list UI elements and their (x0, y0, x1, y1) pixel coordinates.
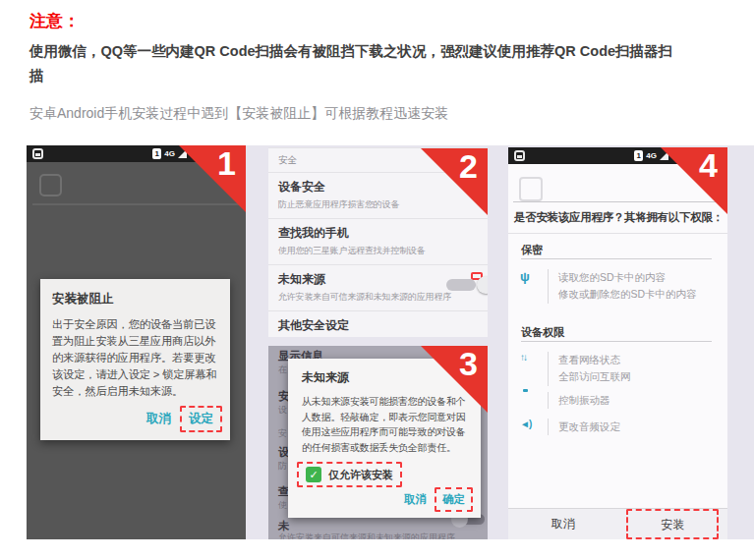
tutorial-page: 注意： 使用微信，QQ等一些内建QR Code扫描会有被阻挡下载之状况，强烈建议… (0, 0, 754, 560)
permission-line: 读取您的SD卡中的内容 (558, 271, 666, 283)
sim-badge-icon: 1 (152, 148, 161, 159)
notice-title: 注意： (29, 10, 737, 32)
network-type-label: 4G (164, 149, 175, 158)
highlight-box: 设定 (180, 406, 222, 432)
step-number-badge: 4 (699, 147, 718, 184)
dimmed-list-sub: 设 (278, 404, 287, 417)
network-type-label: 4G (646, 151, 657, 160)
permission-text: 控制振动器 (548, 392, 610, 409)
checkbox-label: 仅允许该安装 (328, 468, 393, 482)
dimmed-section-label: 安 (278, 427, 287, 440)
permission-line: 修改或删除您的SD卡中的内容 (558, 288, 697, 300)
step3-unknown-sources-dialog-screenshot: 显示信息 在 安 设 安 设 防 查 使 未 允许安装来自可信来源和未知来源的应… (268, 346, 488, 539)
network-arrows-icon: ↑↓ (520, 352, 548, 363)
item-title: 其他安全设定 (278, 317, 478, 334)
install-button[interactable]: 安装 (661, 517, 684, 533)
step-number-badge: 1 (217, 145, 236, 182)
section-label-privacy: 保密 (521, 243, 543, 257)
step-number-badge: 2 (459, 148, 478, 185)
highlight-box: 安装 (626, 509, 719, 539)
sim-badge-icon: 1 (634, 150, 643, 161)
permission-text: 查看网络状态 全部访问互联网 (548, 352, 631, 386)
dialog-buttons: 取消 确定 (288, 487, 481, 518)
highlight-box (471, 272, 483, 280)
header: 注意： 使用微信，QQ等一些内建QR Code扫描会有被阻挡下载之状况，强烈建议… (29, 10, 737, 123)
check-icon: ✓ (309, 469, 318, 481)
divider (521, 341, 712, 342)
permission-row-vibration: 控制振动器 (520, 392, 610, 409)
cancel-button[interactable]: 取消 (398, 489, 433, 510)
dialog-buttons: 取消 设定 (40, 400, 230, 440)
app-icon-placeholder (519, 177, 543, 201)
step4-install-prompt-screenshot: 1 4G 7 是否安装该应用程序？其将拥有以下权限： 保密 ψ 读取您的SD卡中… (508, 147, 727, 539)
settings-item-unknown-sources[interactable]: 未知来源 允许安装来自可信来源和未知来源的应用程序 (268, 264, 488, 310)
bottom-button-bar: 取消 安装 (508, 508, 727, 539)
confirm-button[interactable]: 确定 (436, 489, 471, 510)
item-title: 查找我的手机 (278, 225, 478, 242)
step2-security-settings-screenshot: 安全 设备安全 防止恶意应用程序损害您的设备 查找我的手机 使用您的三星账户远程… (268, 147, 488, 337)
item-subtitle: 使用您的三星账户远程查找并控制设备 (278, 245, 478, 257)
permission-text: 更改音频设定 (548, 419, 620, 435)
toggle-knob (477, 276, 488, 294)
section-label-device: 设备权限 (521, 325, 564, 340)
step-number-badge: 3 (459, 346, 478, 382)
cancel-button[interactable]: 取消 (551, 516, 575, 532)
usb-storage-icon: ψ (520, 269, 548, 284)
divider (508, 233, 727, 234)
item-subtitle: 允许安装来自可信来源和未知来源的应用程序 (278, 291, 478, 304)
permission-line: 控制振动器 (558, 394, 610, 406)
permission-line: 更改音频设定 (558, 420, 620, 432)
dialog-body: 出于安全原因，您的设备当前已设置为阻止安装从三星应用商店以外的来源获得的应用程序… (40, 308, 230, 400)
dimmed-list-sub: 允许安装来自可信来源和未知来源的应用程序 (278, 532, 455, 539)
allow-once-checkbox[interactable]: ✓ (306, 467, 321, 482)
settings-button[interactable]: 设定 (182, 408, 220, 430)
permission-text: 读取您的SD卡中的内容 修改或删除您的SD卡中的内容 (548, 269, 697, 304)
dimmed-list-sub: 在 (278, 364, 287, 376)
speaker-icon: ◄) (520, 419, 548, 429)
dimmed-list-sub: 防 (278, 460, 287, 473)
permission-row-storage: ψ 读取您的SD卡中的内容 修改或删除您的SD卡中的内容 (520, 269, 697, 304)
notice-body: 使用微信，QQ等一些内建QR Code扫描会有被阻挡下载之状况，强烈建议使用推荐… (29, 39, 686, 89)
dialog-title: 安装被阻止 (40, 279, 230, 308)
settings-item-other-security[interactable]: 其他安全设定 更改安全更新和证书存储等其他安全设定 (268, 310, 488, 337)
notice-subtitle: 安卓Android手机安装过程中遇到【安装被阻止】可根据教程迅速安装 (29, 105, 737, 123)
sd-card-icon (514, 150, 525, 161)
highlight-box: 确定 (435, 487, 473, 512)
install-blocked-dialog: 安装被阻止 出于安全原因，您的设备当前已设置为阻止安装从三星应用商店以外的来源获… (40, 279, 230, 440)
app-icon-placeholder (39, 174, 62, 196)
toggle-track (446, 279, 476, 291)
dimmed-list-sub: 使 (278, 499, 287, 512)
step1-phone-screenshot: 1 4G 7 安装被阻止 出于安全原因，您的设备当前已设置为阻止安装从三星应用商… (27, 145, 246, 539)
permission-row-audio: ◄) 更改音频设定 (520, 419, 620, 435)
permission-line: 查看网络状态 (558, 354, 620, 365)
settings-item-find-my-phone[interactable]: 查找我的手机 使用您的三星账户远程查找并控制设备 (268, 218, 488, 264)
highlight-box: ✓ 仅允许该安装 (297, 462, 402, 487)
permission-row-network: ↑↓ 查看网络状态 全部访问互联网 (520, 352, 631, 386)
permission-line: 全部访问互联网 (558, 370, 631, 382)
cancel-button[interactable]: 取消 (140, 408, 178, 430)
sd-card-icon (32, 148, 43, 159)
divider (521, 258, 712, 259)
